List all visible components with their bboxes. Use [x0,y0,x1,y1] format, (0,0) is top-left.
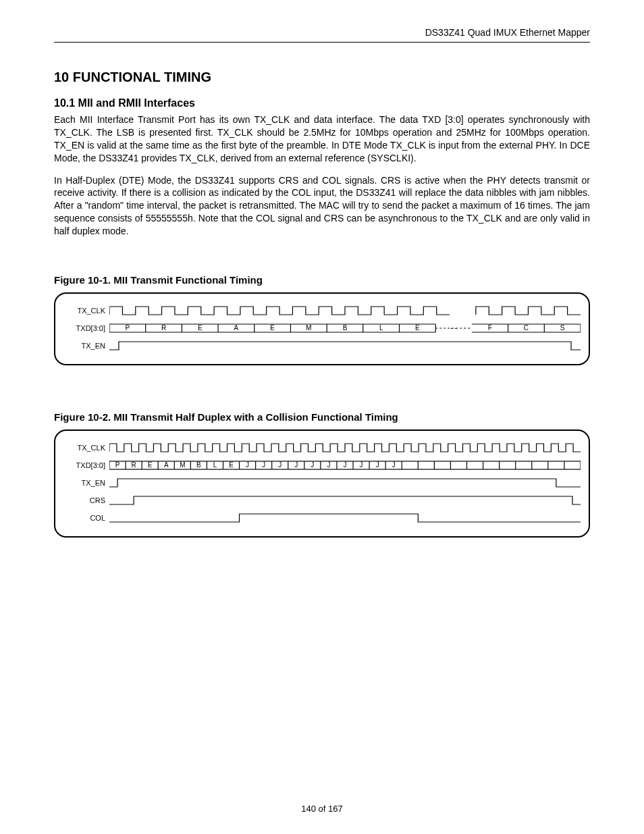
signal-row-txen: TX_EN [63,338,581,353]
body-paragraph: Each MII Interface Transmit Port has its… [54,113,590,165]
svg-text:F: F [488,324,492,332]
svg-text:A: A [164,461,169,469]
svg-text:J: J [327,461,330,469]
waveform-enable-icon [109,477,581,489]
svg-text:L: L [213,461,217,469]
svg-text:J: J [278,461,281,469]
svg-text:J: J [344,461,347,469]
svg-text:L: L [379,324,383,332]
signal-label: TXD[3:0] [63,461,109,469]
svg-text:B: B [343,324,348,332]
waveform-clock-icon [109,442,581,454]
figure-caption: Figure 10-2. MII Transmit Half Duplex wi… [54,411,590,423]
section-heading: 10 FUNCTIONAL TIMING [54,70,590,85]
signal-label: CRS [63,496,109,504]
signal-label: TXD[3:0] [63,324,109,332]
signal-label: TX_CLK [63,307,109,315]
body-paragraph: In Half-Duplex (DTE) Mode, the DS33Z41 s… [54,174,590,238]
svg-text:E: E [415,324,420,332]
signal-row-txclk: TX_CLK [63,440,581,455]
signal-label: COL [63,514,109,522]
svg-text:E: E [229,461,234,469]
svg-text:J: J [246,461,249,469]
signal-row-txclk: TX_CLK [63,303,581,318]
svg-text:R: R [161,324,166,332]
svg-text:J: J [262,461,265,469]
timing-diagram-fig1: TX_CLK TXD[3:0] PREAEMBLE- -FCS TX_EN [54,292,590,365]
figure-caption: Figure 10-1. MII Transmit Functional Tim… [54,274,590,286]
signal-label: TX_EN [63,479,109,487]
svg-text:M: M [180,461,185,469]
svg-text:E: E [148,461,153,469]
subsection-heading: 10.1 MII and RMII Interfaces [54,97,590,109]
waveform-clock-icon [109,305,581,317]
waveform-data-icon: PREAMBLEJJJJJJJJJJ [109,459,581,471]
svg-text:M: M [306,324,311,332]
signal-row-txen: TX_EN [63,475,581,490]
svg-text:A: A [234,324,239,332]
svg-text:P: P [115,461,120,469]
svg-text:J: J [376,461,379,469]
signal-label: TX_EN [63,342,109,350]
waveform-enable-icon [109,340,581,352]
signal-label: TX_CLK [63,444,109,452]
svg-text:J: J [294,461,298,469]
signal-row-crs: CRS [63,493,581,508]
signal-row-col: COL [63,511,581,525]
page-footer: 140 of 167 [0,804,644,814]
svg-text:B: B [196,461,201,469]
page-header: DS33Z41 Quad IMUX Ethernet Mapper [54,27,590,43]
waveform-crs-icon [109,494,581,506]
svg-text:E: E [198,324,203,332]
page: DS33Z41 Quad IMUX Ethernet Mapper 10 FUN… [0,0,644,834]
svg-text:J: J [360,461,363,469]
waveform-col-icon [109,512,581,524]
svg-text:R: R [132,461,136,469]
signal-row-txd: TXD[3:0] PREAMBLEJJJJJJJJJJ [63,458,581,473]
svg-text:- -: - - [450,324,456,332]
svg-text:C: C [524,324,529,332]
waveform-data-icon: PREAEMBLE- -FCS [109,322,581,334]
svg-text:S: S [560,324,565,332]
svg-text:J: J [311,461,314,469]
svg-text:E: E [270,324,275,332]
svg-text:J: J [392,461,396,469]
svg-text:P: P [126,324,130,332]
timing-diagram-fig2: TX_CLK TXD[3:0] PREAMBLEJJJJJJJJJJ TX_EN… [54,429,590,538]
signal-row-txd: TXD[3:0] PREAEMBLE- -FCS [63,321,581,336]
